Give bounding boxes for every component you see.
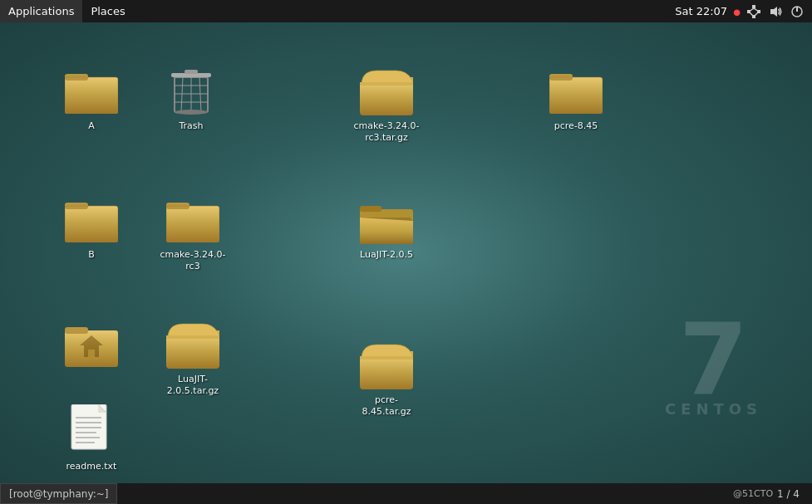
places-menu[interactable]: Places: [82, 0, 133, 22]
svg-rect-31: [166, 206, 219, 242]
icon-folder-a[interactable]: A: [54, 60, 129, 136]
svg-rect-25: [549, 77, 603, 114]
icon-readme[interactable]: readme.txt: [54, 400, 129, 477]
icon-label-readme: readme.txt: [66, 461, 117, 472]
volume-icon[interactable]: [767, 3, 784, 20]
icon-pcre-folder[interactable]: pcre-8.45: [539, 60, 613, 136]
svg-line-7: [754, 12, 759, 17]
terminal-taskbar-item[interactable]: [root@tymphany:~]: [0, 483, 117, 504]
icon-label-trash: Trash: [179, 120, 203, 132]
svg-rect-28: [65, 206, 118, 242]
power-icon[interactable]: [789, 3, 805, 20]
icon-label-luajit-folder: LuaJIT-2.0.5: [360, 249, 413, 261]
panel-left: Applications Places: [0, 0, 134, 22]
icon-grid: A Trash: [0, 22, 812, 483]
icon-label-pcre-folder: pcre-8.45: [554, 120, 598, 132]
icon-luajit-folder[interactable]: LuaJIT-2.0.5: [345, 188, 428, 265]
svg-marker-8: [770, 7, 777, 17]
workspace-label: @51CTO 1 / 4: [725, 488, 808, 500]
icon-label-a: A: [88, 120, 95, 132]
clock-display: Sat 22:07 ●: [675, 5, 741, 17]
svg-line-6: [749, 12, 754, 17]
svg-rect-35: [360, 206, 381, 212]
svg-line-16: [181, 77, 183, 112]
icon-luajit-tar[interactable]: LuaJIT-2.0.5.tar.gz: [151, 313, 234, 402]
svg-point-24: [175, 110, 208, 115]
icon-cmake-tar[interactable]: cmake-3.24.0-rc3.tar.gz: [345, 60, 428, 149]
icon-cmake-folder[interactable]: cmake-3.24.0-rc3: [151, 188, 234, 277]
svg-rect-23: [185, 70, 198, 74]
bottom-right: @51CTO 1 / 4: [725, 488, 812, 500]
panel-right: Sat 22:07 ●: [675, 3, 812, 20]
icon-label-cmake-folder: cmake-3.24.0-rc3: [158, 249, 229, 273]
icon-trash[interactable]: Trash: [154, 60, 229, 136]
icon-pcre-tar[interactable]: pcre-8.45.tar.gz: [345, 334, 428, 423]
network-icon[interactable]: [746, 3, 762, 20]
svg-rect-0: [752, 5, 755, 8]
icon-label-luajit-tar: LuaJIT-2.0.5.tar.gz: [158, 374, 229, 398]
icon-home-folder[interactable]: [54, 313, 129, 378]
bottom-panel: [root@tymphany:~] @51CTO 1 / 4: [0, 483, 812, 504]
icon-label-cmake-tar: cmake-3.24.0-rc3.tar.gz: [352, 120, 422, 144]
svg-rect-12: [65, 77, 118, 114]
icon-label-pcre-tar: pcre-8.45.tar.gz: [352, 394, 422, 418]
icon-label-b: B: [88, 249, 95, 261]
svg-rect-37: [65, 327, 88, 334]
applications-menu[interactable]: Applications: [0, 0, 82, 22]
icon-folder-b[interactable]: B: [54, 188, 129, 265]
svg-line-18: [199, 77, 201, 112]
svg-rect-40: [88, 350, 95, 357]
top-panel: Applications Places Sat 22:07 ●: [0, 0, 812, 22]
